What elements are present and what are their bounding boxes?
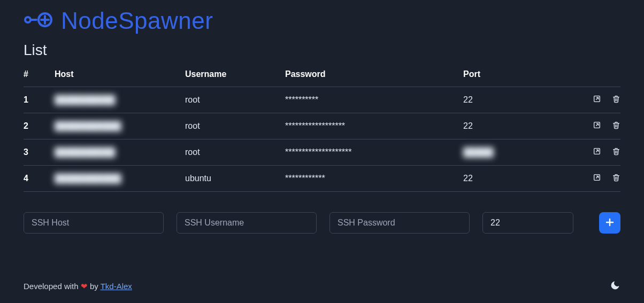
open-button[interactable] bbox=[593, 95, 601, 105]
table-row: 4███████████ubuntu************22 bbox=[24, 166, 620, 192]
cell-host: ███████████ bbox=[55, 166, 185, 192]
cell-index: 4 bbox=[24, 166, 55, 192]
app-title: NodeSpawner bbox=[61, 7, 213, 34]
cell-index: 1 bbox=[24, 87, 55, 113]
table-row: 1██████████root**********22 bbox=[24, 87, 620, 113]
col-header-num: # bbox=[24, 64, 55, 87]
cell-actions bbox=[564, 139, 620, 166]
trash-icon bbox=[612, 173, 620, 183]
trash-icon bbox=[612, 147, 620, 157]
cell-port: 22 bbox=[463, 87, 564, 113]
author-link[interactable]: Tkd-Alex bbox=[101, 282, 132, 291]
page-title: List bbox=[24, 42, 620, 59]
cell-index: 3 bbox=[24, 139, 55, 166]
cell-username: root bbox=[185, 139, 285, 166]
cell-actions bbox=[564, 113, 620, 139]
cell-actions bbox=[564, 166, 620, 192]
open-in-new-icon bbox=[593, 95, 601, 105]
cell-password: ******************** bbox=[285, 139, 463, 166]
heart-icon: ❤ bbox=[81, 282, 88, 291]
app-header: NodeSpawner bbox=[24, 0, 620, 34]
cell-password: ****************** bbox=[285, 113, 463, 139]
cell-password: ************ bbox=[285, 166, 463, 192]
ssh-username-input[interactable] bbox=[177, 212, 317, 234]
col-header-actions bbox=[564, 64, 620, 87]
ssh-host-input[interactable] bbox=[24, 212, 164, 234]
delete-button[interactable] bbox=[612, 95, 620, 105]
trash-icon bbox=[612, 121, 620, 131]
add-host-form bbox=[24, 212, 620, 234]
open-button[interactable] bbox=[593, 147, 601, 157]
add-host-button[interactable] bbox=[599, 212, 620, 234]
moon-icon bbox=[610, 284, 620, 292]
col-header-username: Username bbox=[185, 64, 285, 87]
footer-text: Developed with ❤ by Tkd-Alex bbox=[24, 282, 132, 291]
open-in-new-icon bbox=[593, 121, 601, 131]
open-in-new-icon bbox=[593, 173, 601, 183]
cell-port: 22 bbox=[463, 113, 564, 139]
ssh-password-input[interactable] bbox=[329, 212, 470, 234]
logo-icon bbox=[24, 11, 53, 31]
footer: Developed with ❤ by Tkd-Alex bbox=[24, 280, 620, 292]
host-table: # Host Username Password Port 1█████████… bbox=[24, 64, 620, 192]
delete-button[interactable] bbox=[612, 121, 620, 131]
theme-toggle-button[interactable] bbox=[610, 280, 620, 292]
cell-host: ██████████ bbox=[55, 139, 185, 166]
delete-button[interactable] bbox=[612, 147, 620, 157]
col-header-port: Port bbox=[463, 64, 564, 87]
cell-index: 2 bbox=[24, 113, 55, 139]
trash-icon bbox=[612, 95, 620, 105]
cell-username: root bbox=[185, 87, 285, 113]
cell-host: ███████████ bbox=[55, 113, 185, 139]
open-button[interactable] bbox=[593, 121, 601, 131]
plus-icon bbox=[605, 218, 614, 228]
ssh-port-input[interactable] bbox=[482, 212, 573, 234]
col-header-host: Host bbox=[55, 64, 185, 87]
cell-port: █████ bbox=[463, 139, 564, 166]
cell-actions bbox=[564, 87, 620, 113]
cell-password: ********** bbox=[285, 87, 463, 113]
open-in-new-icon bbox=[593, 147, 601, 157]
table-header-row: # Host Username Password Port bbox=[24, 64, 620, 87]
cell-username: root bbox=[185, 113, 285, 139]
table-row: 3██████████root********************█████ bbox=[24, 139, 620, 166]
cell-host: ██████████ bbox=[55, 87, 185, 113]
cell-port: 22 bbox=[463, 166, 564, 192]
open-button[interactable] bbox=[593, 173, 601, 183]
delete-button[interactable] bbox=[612, 173, 620, 183]
col-header-password: Password bbox=[285, 64, 463, 87]
cell-username: ubuntu bbox=[185, 166, 285, 192]
table-row: 2███████████root******************22 bbox=[24, 113, 620, 139]
